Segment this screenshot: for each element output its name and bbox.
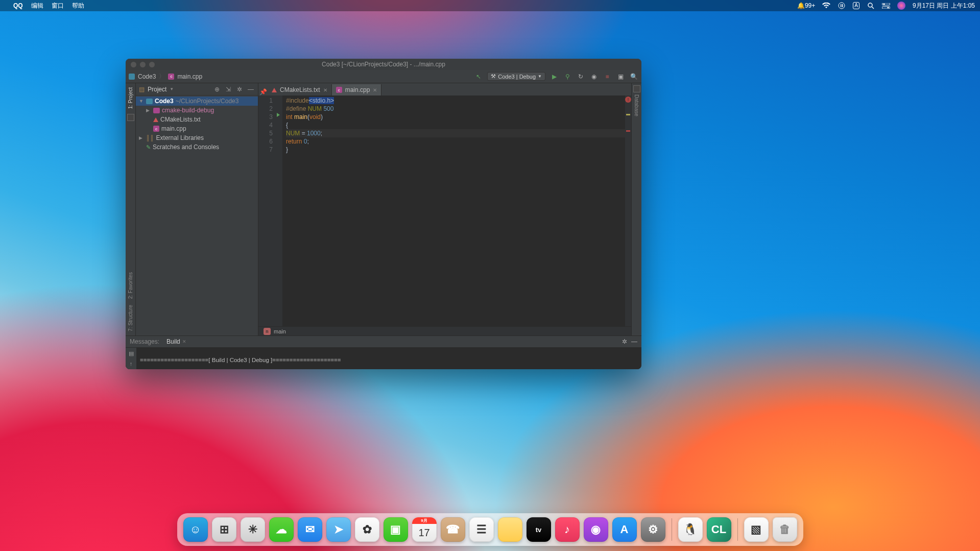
svg-rect-2: [842, 4, 843, 7]
project-tool-tab[interactable]: 1: Project: [128, 85, 133, 111]
dock-mail-icon[interactable]: ✉: [298, 517, 322, 542]
code-content[interactable]: #include<stdio.h> #define NUM 500 int ma…: [283, 95, 625, 326]
warning-marker[interactable]: [626, 114, 630, 115]
dock-qq-icon[interactable]: 🐧: [678, 517, 703, 542]
dock-appstore-icon[interactable]: A: [612, 517, 637, 542]
dock-messages-icon[interactable]: ☁: [269, 517, 294, 542]
wifi-icon[interactable]: [822, 2, 830, 10]
profile-button[interactable]: ◉: [589, 72, 599, 81]
dock-calendar-icon[interactable]: 9月17: [412, 517, 437, 542]
dock-facetime-icon[interactable]: ▣: [384, 517, 408, 542]
menu-edit[interactable]: 编辑: [31, 2, 43, 10]
control-center-icon[interactable]: [882, 2, 890, 10]
scratches-icon: ✎: [146, 144, 151, 151]
dock-music-icon[interactable]: ♪: [555, 517, 580, 542]
dock-notes-icon[interactable]: [498, 517, 522, 542]
layout-button[interactable]: ▣: [616, 72, 625, 81]
database-tool-tab[interactable]: Database: [634, 92, 639, 118]
tab-cmakelists[interactable]: CMakeLists.txt ✕: [268, 84, 332, 95]
tree-ext-libs[interactable]: ▶ ║║ External Libraries: [136, 133, 258, 142]
up-arrow-icon[interactable]: ↑: [128, 360, 135, 367]
app-name-menu[interactable]: QQ: [13, 2, 23, 9]
dropdown-icon[interactable]: ▼: [170, 87, 174, 91]
window-titlebar[interactable]: Code3 [~/CLionProjects/Code3] - .../main…: [126, 59, 641, 70]
settings-gear-icon[interactable]: ✲: [622, 338, 627, 345]
error-summary-icon[interactable]: !: [625, 97, 631, 103]
collapse-all-icon[interactable]: ⇲: [224, 85, 232, 93]
tree-cmake-build[interactable]: ▶ cmake-build-debug: [136, 106, 258, 115]
dock-launchpad-icon[interactable]: ⊞: [212, 517, 236, 542]
tree-label: External Libraries: [156, 134, 204, 141]
input-source-icon[interactable]: A: [853, 2, 859, 9]
window-zoom-button[interactable]: [149, 62, 155, 67]
siri-icon[interactable]: [897, 2, 905, 10]
breadcrumb-function[interactable]: main: [274, 328, 286, 334]
error-marker[interactable]: [626, 130, 630, 132]
close-tab-icon[interactable]: ✕: [373, 87, 377, 93]
code-editor[interactable]: 1234567 #include<stdio.h> #define NUM 50…: [258, 95, 631, 326]
dock-maps-icon[interactable]: ➤: [326, 517, 351, 542]
tab-pin-icon[interactable]: 📌: [258, 88, 268, 95]
dock-safari-icon[interactable]: ✳: [241, 517, 265, 542]
error-line[interactable]: NUM = 1000;: [286, 129, 625, 137]
pause-icon[interactable]: [838, 2, 846, 10]
rerun-icon[interactable]: ▤: [128, 350, 135, 357]
window-minimize-button[interactable]: [140, 62, 146, 67]
editor-breadcrumb[interactable]: m main: [258, 326, 631, 336]
svg-rect-7: [882, 7, 890, 9]
close-tab-icon[interactable]: ✕: [182, 339, 186, 344]
dock-photos-icon[interactable]: ✿: [355, 517, 379, 542]
close-tab-icon[interactable]: ✕: [323, 87, 327, 93]
run-config-selector[interactable]: ⚒ Code3 | Debug ▼: [487, 72, 545, 81]
tree-main[interactable]: c main.cpp: [136, 124, 258, 133]
debug-button[interactable]: ⚲: [563, 72, 572, 81]
error-stripe[interactable]: !: [625, 95, 631, 326]
hide-panel-icon[interactable]: —: [631, 338, 637, 345]
dock-reminders-icon[interactable]: ☰: [469, 517, 494, 542]
back-arrow-icon[interactable]: ↖: [474, 72, 483, 81]
settings-gear-icon[interactable]: ✲: [235, 85, 244, 93]
messages-tab-build[interactable]: Build✕: [166, 338, 186, 345]
cpp-file-icon: c: [336, 87, 342, 93]
favorites-tool-tab[interactable]: 2: Favorites: [128, 270, 133, 301]
project-tree[interactable]: ▼ Code3 ~/CLionProjects/Code3 ▶ cmake-bu…: [136, 95, 258, 153]
gutter-icons[interactable]: [276, 95, 283, 326]
clion-window: Code3 [~/CLionProjects/Code3] - .../main…: [126, 59, 641, 369]
run-config-label: Code3 | Debug: [498, 74, 536, 80]
build-output[interactable]: ====================[ Build | Code3 | De…: [137, 348, 533, 369]
structure-tool-tab[interactable]: 7: Structure: [128, 303, 133, 333]
notification-center-icon[interactable]: 🔔99+: [797, 2, 815, 9]
tree-root[interactable]: ▼ Code3 ~/CLionProjects/Code3: [136, 97, 258, 106]
coverage-button[interactable]: ↻: [576, 72, 585, 81]
dock-trash-icon[interactable]: 🗑: [773, 517, 797, 542]
dock-finder-icon[interactable]: ☺: [183, 517, 208, 542]
hammer-icon: ⚒: [491, 73, 496, 80]
tree-scratches[interactable]: ✎ Scratches and Consoles: [136, 142, 258, 152]
clock[interactable]: 9月17日 周日 上午1:05: [913, 2, 975, 10]
line-number-gutter[interactable]: 1234567: [258, 95, 276, 326]
dock-settings-icon[interactable]: ⚙: [641, 517, 665, 542]
tree-cmakelists[interactable]: CMakeLists.txt: [136, 115, 258, 124]
dock-clion-icon[interactable]: CL: [707, 517, 731, 542]
left-tool-strip: 1: Project 2: Favorites 7: Structure: [126, 83, 136, 336]
dock-screenshot-icon[interactable]: ▧: [744, 517, 769, 542]
stop-button[interactable]: ■: [603, 72, 612, 81]
run-gutter-icon[interactable]: [277, 113, 280, 117]
breadcrumb-file[interactable]: main.cpp: [177, 73, 202, 80]
dock-appletv-icon[interactable]: tv: [527, 517, 551, 542]
database-tool-icon[interactable]: [633, 85, 640, 92]
search-everywhere-button[interactable]: 🔍: [629, 72, 638, 81]
dock-podcasts-icon[interactable]: ◉: [584, 517, 608, 542]
hide-panel-icon[interactable]: —: [247, 85, 255, 93]
tab-main[interactable]: c main.cpp ✕: [332, 84, 382, 95]
tool-strip-square-icon[interactable]: [127, 114, 134, 121]
menu-help[interactable]: 帮助: [72, 2, 84, 10]
menu-window[interactable]: 窗口: [52, 2, 64, 10]
locate-icon[interactable]: ⊕: [213, 85, 221, 93]
window-close-button[interactable]: [131, 62, 136, 67]
project-panel-title[interactable]: Project: [148, 86, 166, 93]
run-button[interactable]: ▶: [549, 72, 559, 81]
dock-contacts-icon[interactable]: ☎: [441, 517, 465, 542]
breadcrumb-project[interactable]: Code3: [138, 73, 156, 80]
spotlight-icon[interactable]: [867, 2, 875, 10]
